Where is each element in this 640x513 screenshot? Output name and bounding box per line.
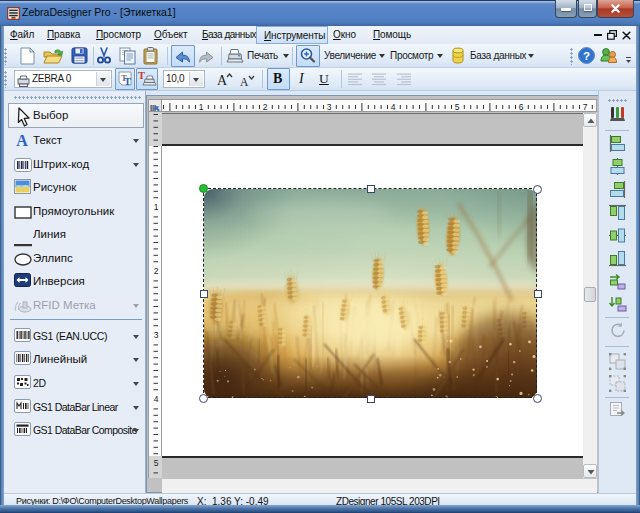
- svg-text:2: 2: [154, 266, 159, 276]
- svg-text:7: 7: [583, 102, 588, 112]
- svg-text:1: 1: [154, 202, 159, 212]
- svg-text:T: T: [138, 70, 145, 81]
- svg-text:2: 2: [263, 102, 268, 112]
- svg-text:A: A: [16, 132, 28, 148]
- svg-text:?: ?: [583, 50, 590, 62]
- svg-text:A: A: [217, 73, 228, 87]
- svg-text:5: 5: [154, 458, 159, 468]
- svg-text:3: 3: [327, 102, 332, 112]
- svg-text:4: 4: [391, 102, 396, 112]
- svg-text:A: A: [240, 76, 249, 88]
- svg-text:4: 4: [154, 394, 159, 404]
- svg-text:5: 5: [455, 102, 460, 112]
- svg-text:1: 1: [199, 102, 204, 112]
- svg-text:3: 3: [154, 330, 159, 340]
- svg-text:T: T: [124, 76, 131, 87]
- svg-text:6: 6: [519, 102, 524, 112]
